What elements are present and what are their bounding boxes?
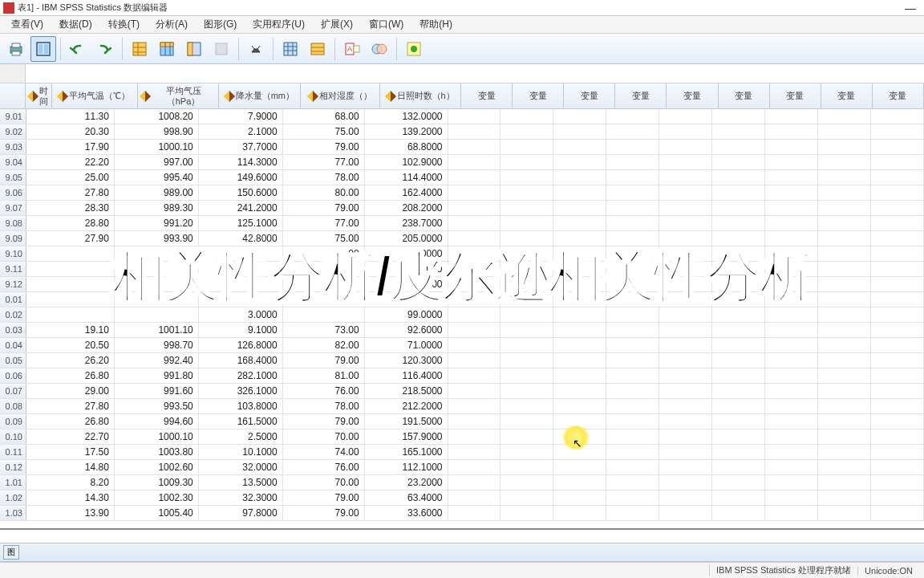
row-header[interactable]: 1.02 <box>0 490 26 505</box>
cell[interactable]: 73.00 <box>283 323 365 337</box>
empty-cell[interactable] <box>818 307 871 322</box>
cell[interactable]: 42.8000 <box>199 231 283 246</box>
cell[interactable]: 139.2000 <box>365 124 448 139</box>
empty-cell[interactable] <box>818 109 871 124</box>
empty-cell[interactable] <box>448 353 501 368</box>
cell[interactable]: 9.1000 <box>199 323 283 337</box>
cell[interactable]: 10.1000 <box>199 445 283 459</box>
empty-cell[interactable] <box>765 368 818 383</box>
empty-cell[interactable] <box>818 140 871 154</box>
empty-cell[interactable] <box>500 170 553 185</box>
empty-cell[interactable] <box>765 323 818 337</box>
cell[interactable]: 70.00 <box>283 475 365 490</box>
cell[interactable]: 112.1000 <box>365 460 448 474</box>
menu-item[interactable]: 分析(A) <box>148 16 196 33</box>
empty-cell[interactable] <box>606 475 659 490</box>
cell[interactable]: 991.20 <box>115 216 199 230</box>
empty-cell[interactable] <box>871 368 924 383</box>
cell[interactable]: 241.2000 <box>199 201 283 215</box>
empty-cell[interactable] <box>818 460 871 474</box>
empty-cell[interactable] <box>659 140 712 154</box>
empty-cell[interactable] <box>448 414 501 429</box>
empty-cell[interactable] <box>553 445 606 459</box>
empty-cell[interactable] <box>712 414 765 429</box>
cell[interactable] <box>283 307 365 322</box>
empty-cell[interactable] <box>659 429 712 444</box>
empty-cell[interactable] <box>818 445 871 459</box>
row-header[interactable]: 9.03 <box>0 140 26 154</box>
cell[interactable]: 994.60 <box>115 414 199 429</box>
empty-cell[interactable] <box>765 490 818 505</box>
cell[interactable]: 993.50 <box>115 399 199 413</box>
empty-cell[interactable] <box>818 292 871 307</box>
cell[interactable] <box>26 277 115 291</box>
empty-cell[interactable] <box>765 277 818 291</box>
empty-cell[interactable] <box>659 414 712 429</box>
empty-cell[interactable] <box>765 414 818 429</box>
empty-cell[interactable] <box>500 460 553 474</box>
minimize-button[interactable]: — <box>900 2 921 14</box>
cell[interactable] <box>115 292 199 307</box>
empty-cell[interactable] <box>553 201 606 215</box>
goto-case-icon[interactable] <box>127 36 152 62</box>
cell[interactable]: 2.1000 <box>199 124 283 139</box>
empty-cell[interactable] <box>712 460 765 474</box>
cell[interactable]: 29.00 <box>26 384 115 398</box>
empty-cell[interactable] <box>765 307 818 322</box>
empty-cell[interactable] <box>818 506 871 520</box>
empty-cell[interactable] <box>818 185 871 200</box>
cell[interactable]: 212.2000 <box>365 399 448 413</box>
empty-cell[interactable] <box>606 155 659 169</box>
row-header[interactable]: 9.06 <box>0 185 26 200</box>
cell[interactable]: 993.90 <box>115 231 199 246</box>
cell[interactable]: 125.1000 <box>199 216 283 230</box>
empty-cell[interactable] <box>606 429 659 444</box>
empty-cell[interactable] <box>871 399 924 413</box>
empty-cell[interactable] <box>871 124 924 139</box>
cell[interactable]: 998.70 <box>115 338 199 352</box>
row-header[interactable]: 0.10 <box>0 429 26 444</box>
row-header[interactable]: 0.04 <box>0 338 26 352</box>
empty-cell[interactable] <box>712 201 765 215</box>
empty-cell[interactable] <box>818 155 871 169</box>
cell[interactable]: 77.00 <box>283 216 365 230</box>
empty-cell[interactable] <box>871 109 924 124</box>
cell[interactable]: 161.5000 <box>199 414 283 429</box>
cell[interactable]: 3.0000 <box>199 307 283 322</box>
cell[interactable]: 1002.60 <box>115 460 199 474</box>
cell[interactable] <box>26 292 115 307</box>
empty-cell[interactable] <box>448 292 501 307</box>
row-header[interactable]: 9.02 <box>0 124 26 139</box>
empty-cell[interactable] <box>500 307 553 322</box>
cell[interactable] <box>26 262 115 276</box>
cell[interactable]: 79.00 <box>283 201 365 215</box>
empty-cell[interactable] <box>606 414 659 429</box>
cell[interactable]: 19.10 <box>26 323 115 337</box>
cell[interactable]: 1008.20 <box>115 109 199 124</box>
cell[interactable]: 25.00 <box>26 170 115 185</box>
empty-column-header[interactable]: 变量 <box>564 83 615 108</box>
cell[interactable]: 191.5000 <box>365 414 448 429</box>
cell[interactable]: 76.00 <box>283 384 365 398</box>
empty-cell[interactable] <box>606 170 659 185</box>
row-header[interactable]: 0.12 <box>0 460 26 474</box>
empty-cell[interactable] <box>871 201 924 215</box>
cell[interactable]: 79.00 <box>283 506 365 520</box>
empty-cell[interactable] <box>553 506 606 520</box>
empty-cell[interactable] <box>606 307 659 322</box>
empty-cell[interactable] <box>659 323 712 337</box>
empty-cell[interactable] <box>500 399 553 413</box>
empty-cell[interactable] <box>659 155 712 169</box>
cell[interactable]: 1009.30 <box>115 475 199 490</box>
empty-cell[interactable] <box>659 475 712 490</box>
empty-cell[interactable] <box>606 368 659 383</box>
cell[interactable]: 8.20 <box>26 475 115 490</box>
empty-cell[interactable] <box>871 429 924 444</box>
cell[interactable] <box>26 307 115 322</box>
empty-cell[interactable] <box>765 445 818 459</box>
print-icon[interactable] <box>3 36 29 62</box>
empty-cell[interactable] <box>606 246 659 261</box>
empty-cell[interactable] <box>659 170 712 185</box>
menu-item[interactable]: 查看(V) <box>3 16 51 33</box>
row-header[interactable]: 9.09 <box>0 231 26 246</box>
